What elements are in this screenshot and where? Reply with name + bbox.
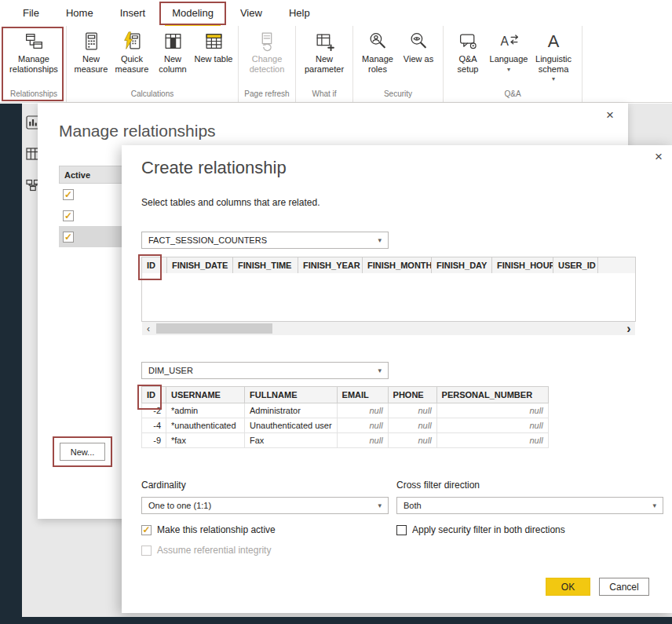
tab-modeling-label: Modeling (172, 7, 214, 19)
view-as-icon (408, 31, 429, 52)
button-label: Manage relationships (6, 54, 61, 74)
dropdown-arrow-icon: ▾ (378, 502, 382, 509)
tab-insert[interactable]: Insert (107, 0, 159, 26)
language-icon: A (499, 31, 520, 52)
cell: null (388, 418, 436, 433)
column-header[interactable]: FINISH_MONTH (363, 257, 432, 273)
new-measure-button[interactable]: New measure (71, 27, 111, 86)
new-table-button[interactable]: New table (194, 27, 233, 86)
column-header[interactable]: ID (142, 387, 166, 403)
tab-home[interactable]: Home (53, 0, 107, 26)
close-icon[interactable]: × (655, 150, 663, 163)
new-table-icon (203, 31, 225, 52)
column-header[interactable]: USERNAME (166, 387, 245, 403)
column-header[interactable]: ID (142, 257, 167, 273)
view-as-button[interactable]: View as (399, 27, 438, 86)
cross-filter-value: Both (404, 501, 422, 510)
make-active-checkbox-row: ✓ Make this relationship active (141, 524, 276, 535)
quick-measure-button[interactable]: Quick measure (112, 27, 152, 86)
qa-setup-button[interactable]: Q&A setup (448, 27, 488, 86)
manage-relationships-button[interactable]: Manage relationships (6, 27, 61, 86)
cell: -9 (142, 433, 166, 448)
tab-modeling[interactable]: Modeling (159, 0, 227, 26)
scrollbar-thumb[interactable] (156, 323, 272, 334)
cross-filter-dropdown[interactable]: Both ▾ (396, 497, 663, 514)
check-icon: ✓ (64, 232, 72, 242)
cell: null (337, 403, 388, 418)
cell: -2 (142, 403, 166, 418)
scroll-left-icon[interactable]: ‹ (142, 323, 155, 334)
second-table-value: DIM_USER (148, 366, 193, 375)
button-label: New parameter (301, 54, 348, 74)
cell: null (436, 418, 548, 433)
tab-view[interactable]: View (227, 0, 276, 26)
column-header[interactable]: FINISH_DAY (432, 257, 492, 273)
group-label-what-if: What if (301, 86, 348, 102)
active-checkbox[interactable]: ✓ (63, 232, 74, 243)
chevron-down-icon: ▾ (552, 76, 555, 82)
ribbon-group-relationships: Manage relationships Relationships (2, 26, 67, 102)
second-table-dropdown[interactable]: DIM_USER ▾ (141, 362, 389, 379)
column-header[interactable]: FINISH_HOUR (492, 257, 553, 273)
change-detection-icon (257, 31, 278, 52)
new-relationship-button[interactable]: New... (60, 443, 105, 461)
menu-tab-bar: File Home Insert Modeling View Help (0, 0, 672, 26)
button-label: New column (153, 54, 192, 74)
new-column-button[interactable]: New column (153, 27, 192, 86)
cancel-button[interactable]: Cancel (599, 578, 649, 596)
language-button[interactable]: A Language ▾ (489, 27, 528, 86)
column-header[interactable]: FINISH_TIME (233, 257, 298, 273)
scroll-right-icon[interactable]: › (623, 322, 635, 336)
change-detection-button: Change detection (243, 27, 290, 86)
cell: null (436, 433, 548, 448)
second-table-preview: ID USERNAME FULLNAME EMAIL PHONE PERSONA… (141, 386, 549, 448)
column-header[interactable]: FULLNAME (245, 387, 338, 403)
ribbon: File Home Insert Modeling View Help (0, 0, 672, 103)
referential-integrity-checkbox-row: Assume referential integrity (141, 545, 271, 556)
table-header-row: ID USERNAME FULLNAME EMAIL PHONE PERSONA… (142, 387, 549, 403)
column-header[interactable]: FINISH_DATE (167, 257, 233, 273)
make-active-checkbox[interactable]: ✓ (141, 525, 152, 535)
horizontal-scrollbar[interactable]: ‹ › (142, 322, 635, 335)
button-label: Language (490, 54, 528, 64)
cell: null (337, 418, 388, 433)
ribbon-group-security: Manage roles View as Security (353, 26, 444, 102)
column-header[interactable]: USER_ID (553, 257, 598, 273)
security-filter-checkbox[interactable] (396, 525, 407, 535)
ok-button[interactable]: OK (546, 578, 590, 596)
first-table-value: FACT_SESSION_COUNTERS (148, 235, 267, 245)
create-relationship-dialog: × Create relationship Select tables and … (122, 145, 672, 613)
new-parameter-button[interactable]: New parameter (301, 27, 348, 86)
button-label: View as (404, 54, 433, 64)
group-label-calculations: Calculations (71, 86, 233, 102)
qa-setup-icon (458, 31, 479, 52)
column-header[interactable]: PERSONAL_NUMBER (436, 387, 548, 403)
tab-help[interactable]: Help (276, 0, 323, 26)
manage-dialog-title: Manage relationships (59, 122, 216, 140)
dropdown-arrow-icon: ▾ (378, 236, 382, 244)
cell: null (436, 403, 548, 418)
cell: null (388, 403, 436, 418)
button-label: Manage roles (358, 54, 397, 74)
column-header[interactable]: EMAIL (337, 387, 388, 403)
check-icon: ✓ (64, 190, 72, 199)
tab-file[interactable]: File (9, 0, 53, 26)
cell: null (388, 433, 436, 448)
column-header[interactable]: FINISH_YEAR (298, 257, 363, 273)
cross-filter-label: Cross filter direction (396, 480, 480, 491)
referential-integrity-checkbox (141, 546, 152, 556)
manage-roles-icon (367, 31, 389, 52)
table-row: -2 *admin Administrator null null null (142, 403, 549, 418)
cardinality-label: Cardinality (141, 480, 186, 491)
close-icon[interactable]: × (606, 108, 614, 122)
manage-roles-button[interactable]: Manage roles (358, 27, 397, 86)
active-checkbox[interactable]: ✓ (63, 210, 74, 221)
active-checkbox[interactable]: ✓ (63, 189, 74, 200)
quick-measure-icon (122, 31, 143, 52)
linguistic-schema-button[interactable]: A Linguistic schema ▾ (530, 27, 577, 86)
cardinality-dropdown[interactable]: One to one (1:1) ▾ (141, 497, 389, 514)
cell: -4 (142, 418, 166, 433)
first-table-dropdown[interactable]: FACT_SESSION_COUNTERS ▾ (141, 232, 389, 249)
create-dialog-title: Create relationship (141, 158, 287, 178)
column-header[interactable]: PHONE (388, 387, 436, 403)
